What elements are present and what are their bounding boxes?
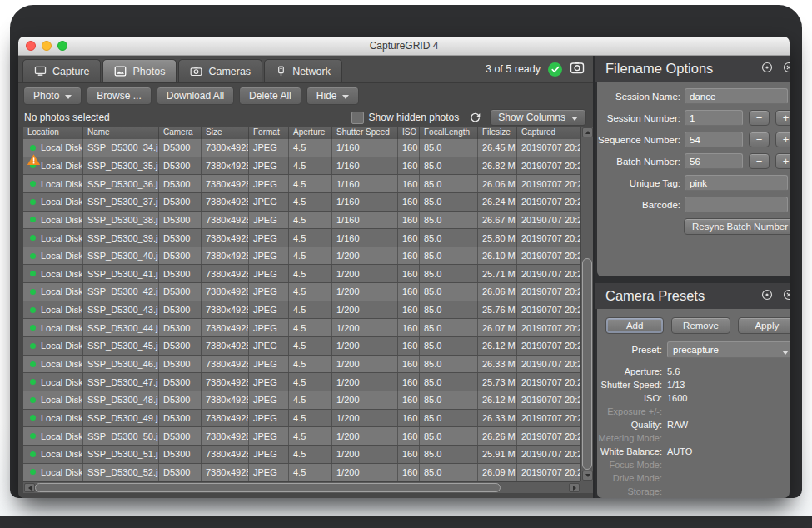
batch-number-plus-button[interactable]: + — [775, 153, 790, 169]
status-dot-icon — [30, 415, 36, 421]
table-row[interactable]: Local DiskSSP_D5300_48.jpgD53007380x4928… — [23, 391, 580, 410]
column-header[interactable]: Shutter Speed — [332, 127, 398, 139]
table-cell: 7380x4928 — [202, 319, 249, 336]
show-columns-button[interactable]: Show Columns — [490, 109, 586, 126]
panel-options-icon[interactable] — [761, 62, 773, 77]
table-row[interactable]: Local DiskSSP_D5300_50.jpgD53007380x4928… — [23, 427, 580, 446]
preset-setting-value: 1/13 — [667, 380, 685, 390]
table-row[interactable]: Local DiskSSP_D5300_39.jpgD53007380x4928… — [23, 229, 580, 247]
table-cell: SSP_D5300_39.jpg — [83, 229, 159, 247]
preset-setting-row: Drive Mode: — [597, 471, 790, 485]
table-cell: JPEG — [249, 391, 289, 409]
browse-button[interactable]: Browse ... — [87, 87, 151, 105]
live-view-camera-icon[interactable] — [570, 61, 585, 77]
preset-setting-label: White Balance: — [597, 446, 667, 456]
resync-batch-number-button[interactable]: Resync Batch Number — [684, 218, 790, 235]
table-cell: 20190707 20:28 — [517, 157, 580, 175]
hide-menu-button[interactable]: Hide — [306, 87, 360, 105]
table-cell: 160 — [398, 427, 420, 445]
tab-photos[interactable]: Photos — [102, 59, 177, 82]
column-header[interactable]: Captured — [517, 127, 580, 139]
panel-close-icon[interactable] — [783, 289, 790, 304]
column-header[interactable]: Filesize — [478, 127, 517, 139]
session-number-input[interactable] — [685, 110, 743, 126]
preset-remove-button[interactable]: Remove — [671, 317, 730, 334]
vertical-scrollbar[interactable] — [580, 127, 593, 481]
table-cell: 1/200 — [332, 319, 398, 336]
session-number-plus-button[interactable]: + — [775, 110, 790, 126]
table-row[interactable]: Local DiskSSP_D5300_41.jpgD53007380x4928… — [23, 265, 580, 283]
table-row[interactable]: Local DiskSSP_D5300_52.jpgD53007380x4928… — [23, 464, 580, 481]
horizontal-scrollbar-thumb[interactable] — [35, 483, 501, 492]
close-window-button[interactable] — [26, 41, 36, 51]
preset-add-button[interactable]: Add — [605, 317, 664, 334]
table-cell: 20190707 20:28 — [517, 356, 580, 373]
table-row[interactable]: Local DiskSSP_D5300_46.jpgD53007380x4928… — [23, 356, 580, 374]
table-cell: 26.33 MB — [478, 356, 517, 373]
session-number-label: Session Number: — [597, 113, 685, 123]
photos-table: LocationNameCameraSizeFormatApertureShut… — [23, 127, 593, 493]
scroll-left-button[interactable] — [24, 483, 35, 492]
unique-tag-input[interactable] — [685, 175, 788, 191]
scroll-up-button[interactable] — [582, 127, 593, 137]
table-row[interactable]: Local DiskSSP_D5300_47.jpgD53007380x4928… — [23, 373, 580, 391]
panel-close-icon[interactable] — [783, 62, 790, 77]
table-cell: 4.5 — [289, 446, 332, 463]
sequence-number-input[interactable] — [685, 132, 743, 147]
table-row[interactable]: Local DiskSSP_D5300_35.jpgD53007380x4928… — [23, 157, 580, 176]
zoom-window-button[interactable] — [57, 41, 67, 51]
column-header[interactable]: Camera — [159, 127, 202, 139]
delete-all-button[interactable]: Delete All — [239, 87, 301, 105]
scroll-down-button[interactable] — [582, 471, 593, 481]
table-row[interactable]: Local DiskSSP_D5300_45.jpgD53007380x4928… — [23, 337, 580, 356]
preset-apply-button[interactable]: Apply — [738, 317, 790, 334]
table-cell: 26.67 MB — [478, 212, 517, 229]
table-row[interactable]: Local DiskSSP_D5300_38.jpgD53007380x4928… — [23, 212, 580, 230]
column-header[interactable]: Aperture — [289, 127, 332, 139]
table-row[interactable]: Local DiskSSP_D5300_44.jpgD53007380x4928… — [23, 319, 580, 337]
table-cell: 1/200 — [332, 427, 398, 445]
status-dot-icon — [30, 271, 36, 276]
sequence-number-plus-button[interactable]: + — [775, 132, 790, 147]
vertical-scrollbar-thumb[interactable] — [582, 258, 592, 470]
table-row[interactable]: Local DiskSSP_D5300_40.jpgD53007380x4928… — [23, 247, 580, 266]
download-all-button[interactable]: Download All — [157, 87, 234, 105]
batch-number-minus-button[interactable]: − — [749, 153, 770, 169]
table-cell: 7380x4928 — [202, 229, 249, 247]
panel-options-icon[interactable] — [761, 289, 773, 304]
refresh-icon[interactable] — [469, 112, 481, 124]
minimize-window-button[interactable] — [42, 41, 52, 51]
table-cell: D5300 — [159, 157, 202, 175]
table-row[interactable]: Local DiskSSP_D5300_49.jpgD53007380x4928… — [23, 410, 580, 428]
horizontal-scrollbar[interactable] — [23, 481, 580, 493]
column-header[interactable]: Location — [23, 127, 83, 139]
column-header[interactable]: Size — [202, 127, 249, 139]
table-row[interactable]: Local DiskSSP_D5300_51.jpgD53007380x4928… — [23, 446, 580, 464]
table-cell: 26.24 MB — [478, 193, 517, 211]
table-cell: 7380x4928 — [202, 446, 249, 463]
show-hidden-label: Show hidden photos — [369, 112, 460, 123]
preset-setting-label: Storage: — [597, 486, 667, 496]
photo-menu-button[interactable]: Photo — [23, 87, 82, 105]
column-header[interactable]: Format — [249, 127, 289, 139]
column-header[interactable]: Name — [83, 127, 159, 139]
table-row[interactable]: Local DiskSSP_D5300_37.jpgD53007380x4928… — [23, 193, 580, 212]
barcode-input[interactable] — [685, 197, 788, 212]
session-name-input[interactable] — [685, 88, 788, 104]
column-header[interactable]: ISO — [398, 127, 420, 139]
scroll-right-button[interactable] — [569, 483, 580, 492]
session-number-minus-button[interactable]: − — [749, 110, 770, 126]
sequence-number-minus-button[interactable]: − — [749, 132, 770, 147]
table-row[interactable]: Local DiskSSP_D5300_34.jpgD53007380x4928… — [23, 139, 580, 157]
tab-network[interactable]: Network — [264, 59, 342, 82]
table-row[interactable]: Local DiskSSP_D5300_36.jpgD53007380x4928… — [23, 175, 580, 193]
table-row[interactable]: Local DiskSSP_D5300_42.jpgD53007380x4928… — [23, 283, 580, 301]
preset-dropdown[interactable]: precapture — [667, 341, 790, 358]
titlebar[interactable]: CaptureGRID 4 — [18, 37, 790, 56]
tab-cameras[interactable]: Cameras — [178, 59, 262, 82]
show-hidden-checkbox[interactable] — [351, 112, 364, 124]
tab-capture[interactable]: Capture — [22, 59, 101, 82]
column-header[interactable]: FocalLength — [420, 127, 478, 139]
batch-number-input[interactable] — [685, 153, 743, 169]
table-row[interactable]: Local DiskSSP_D5300_43.jpgD53007380x4928… — [23, 301, 580, 320]
